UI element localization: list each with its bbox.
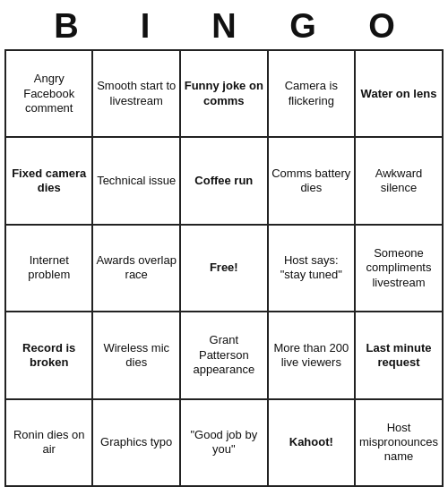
bingo-cell-4-0: Ronin dies on air xyxy=(5,399,92,486)
bingo-cell-2-0: Internet problem xyxy=(5,225,92,312)
bingo-cell-3-4: Last minute request xyxy=(355,312,443,398)
bingo-cell-0-4: Water on lens xyxy=(355,50,443,137)
bingo-cell-0-0: Angry Facebook comment xyxy=(5,50,92,137)
bingo-cell-2-4: Someone compliments livestream xyxy=(355,225,443,312)
bingo-cell-4-3: Kahoot! xyxy=(268,399,355,486)
bingo-cell-4-2: "Good job by you" xyxy=(180,399,268,486)
bingo-cell-1-3: Comms battery dies xyxy=(268,137,355,224)
bingo-cell-2-3: Host says: "stay tuned" xyxy=(268,225,355,312)
letter-n: N xyxy=(185,7,263,46)
bingo-cell-1-4: Awkward silence xyxy=(355,137,443,224)
bingo-cell-3-3: More than 200 live viewers xyxy=(268,312,355,398)
bingo-cell-3-0: Record is broken xyxy=(5,312,92,398)
bingo-cell-1-1: Technical issue xyxy=(92,137,180,224)
letter-b: B xyxy=(27,7,106,46)
bingo-cell-2-1: Awards overlap race xyxy=(92,225,180,312)
bingo-cell-3-1: Wireless mic dies xyxy=(92,312,180,398)
bingo-cell-3-2: Grant Patterson appearance xyxy=(180,312,268,398)
letter-g: G xyxy=(263,7,342,46)
letter-i: I xyxy=(106,7,185,46)
bingo-cell-2-2: Free! xyxy=(180,225,268,312)
bingo-cell-4-1: Graphics typo xyxy=(92,399,180,486)
bingo-cell-0-2: Funny joke on comms xyxy=(180,50,268,137)
bingo-cell-4-4: Host mispronounces name xyxy=(355,399,443,486)
bingo-cell-0-3: Camera is flickering xyxy=(268,50,355,137)
bingo-cell-1-0: Fixed camera dies xyxy=(5,137,92,224)
bingo-grid: Angry Facebook commentSmooth start to li… xyxy=(4,49,444,487)
letter-o: O xyxy=(342,7,421,46)
bingo-cell-0-1: Smooth start to livestream xyxy=(92,50,180,137)
bingo-cell-1-2: Coffee run xyxy=(180,137,268,224)
bingo-title: B I N G O xyxy=(0,0,448,49)
